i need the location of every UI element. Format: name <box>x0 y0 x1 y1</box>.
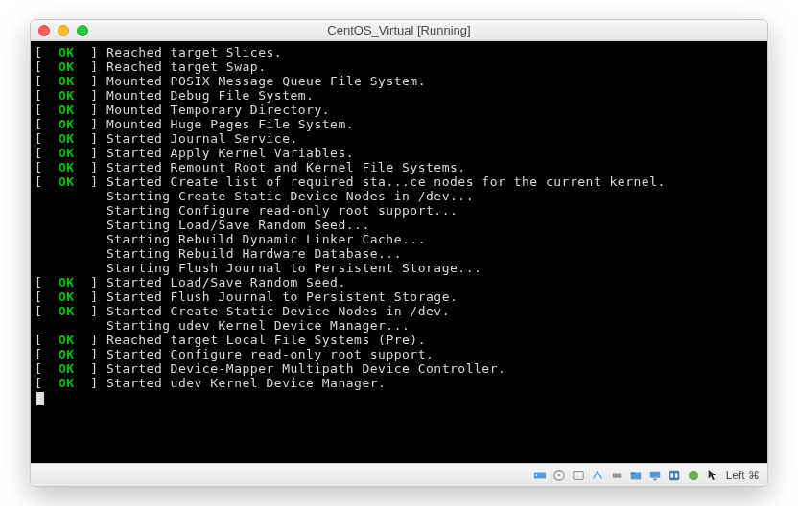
console-message: Started Flush Journal to Persistent Stor… <box>106 289 458 304</box>
console-line: Starting Rebuild Hardware Database... <box>35 246 763 261</box>
svg-point-13 <box>688 470 698 480</box>
status-ok: OK <box>59 146 75 160</box>
minimize-button[interactable] <box>58 25 69 36</box>
status-ok: OK <box>59 117 75 131</box>
console-line: [ OK ] Started Configure read-only root … <box>35 347 763 361</box>
console-message: Started Load/Save Random Seed. <box>106 275 346 289</box>
console-message: Mounted Huge Pages File System. <box>106 117 354 131</box>
status-ok: OK <box>59 275 75 289</box>
svg-rect-7 <box>630 472 634 474</box>
console-line: [ OK ] Started Load/Save Random Seed. <box>35 275 763 289</box>
svg-rect-5 <box>612 473 621 477</box>
vm-window: CentOS_Virtual [Running] [ OK ] Reached … <box>30 19 768 487</box>
guest-additions-icon[interactable] <box>686 468 701 483</box>
console-line: [ OK ] Started Flush Journal to Persiste… <box>35 289 763 304</box>
status-ok: OK <box>59 333 75 347</box>
console-message: Started udev Kernel Device Manager. <box>106 376 386 390</box>
svg-rect-12 <box>675 473 678 477</box>
console-line: [ OK ] Started Apply Kernel Variables. <box>35 146 763 160</box>
status-ok: OK <box>59 304 75 318</box>
console-message: Started Journal Service. <box>106 131 298 146</box>
optical-drive-icon[interactable] <box>552 468 567 483</box>
statusbar: Left ⌘ <box>31 463 767 486</box>
status-ok: OK <box>59 74 75 88</box>
status-ok: OK <box>59 376 75 390</box>
console-message: Reached target Local File Systems (Pre). <box>106 333 426 347</box>
status-ok: OK <box>59 59 75 74</box>
console-message: Started Device-Mapper Multipath Device C… <box>106 361 505 376</box>
network-icon[interactable] <box>590 468 605 483</box>
console-message: Reached target Slices. <box>106 45 282 59</box>
console-message: Mounted Debug File System. <box>106 88 315 103</box>
svg-rect-8 <box>649 471 660 477</box>
console-message: Started Apply Kernel Variables. <box>106 146 354 160</box>
console-line: [ OK ] Started udev Kernel Device Manage… <box>35 376 763 390</box>
console-message: Started Create Static Device Nodes in /d… <box>106 304 450 318</box>
console-line: [ OK ] Mounted Huge Pages File System. <box>35 117 763 131</box>
console-line: Starting Flush Journal to Persistent Sto… <box>35 261 763 275</box>
console-line: Starting Load/Save Random Seed... <box>35 218 763 232</box>
console-line: [ OK ] Reached target Slices. <box>35 45 763 59</box>
console-message: Mounted Temporary Directory. <box>106 103 330 117</box>
console-line: Starting Configure read-only root suppor… <box>35 203 763 218</box>
shared-folders-icon[interactable] <box>628 468 644 483</box>
audio-icon[interactable] <box>571 468 586 483</box>
status-ok: OK <box>59 289 75 304</box>
status-ok: OK <box>59 103 75 117</box>
console-line: [ OK ] Mounted POSIX Message Queue File … <box>35 74 763 88</box>
svg-rect-11 <box>670 473 673 477</box>
hard-disk-icon[interactable] <box>532 468 548 483</box>
svg-rect-4 <box>573 471 583 479</box>
usb-icon[interactable] <box>609 468 624 483</box>
console-message: Started Remount Root and Kernel File Sys… <box>106 160 466 174</box>
console-line: [ OK ] Mounted Debug File System. <box>35 88 763 103</box>
recording-icon[interactable] <box>667 468 682 483</box>
svg-rect-10 <box>669 470 679 480</box>
mouse-integration-icon[interactable] <box>705 468 720 483</box>
titlebar[interactable]: CentOS_Virtual [Running] <box>31 20 767 41</box>
svg-rect-9 <box>653 478 657 480</box>
status-ok: OK <box>59 131 75 146</box>
console-line: [ OK ] Started Create list of required s… <box>35 174 763 189</box>
status-ok: OK <box>59 45 75 59</box>
console-line: [ OK ] Reached target Swap. <box>35 59 763 74</box>
status-ok: OK <box>59 88 75 103</box>
console-message: Started Create list of required sta...ce… <box>106 174 666 189</box>
status-ok: OK <box>59 347 75 361</box>
cursor <box>36 392 44 405</box>
console-message: Reached target Swap. <box>106 59 267 74</box>
hostkey-indicator[interactable]: Left ⌘ <box>724 469 762 482</box>
console-line: [ OK ] Started Journal Service. <box>35 131 763 146</box>
status-ok: OK <box>59 361 75 376</box>
console-line: [ OK ] Mounted Temporary Directory. <box>35 103 763 117</box>
vm-console[interactable]: [ OK ] Reached target Slices.[ OK ] Reac… <box>31 41 767 463</box>
svg-point-3 <box>557 474 560 476</box>
console-line: [ OK ] Reached target Local File Systems… <box>35 333 763 347</box>
traffic-lights <box>31 25 88 36</box>
status-ok: OK <box>59 160 75 174</box>
status-ok: OK <box>59 174 75 189</box>
console-line: Starting Rebuild Dynamic Linker Cache... <box>35 232 763 246</box>
zoom-button[interactable] <box>77 25 88 36</box>
console-message: Started Configure read-only root support… <box>106 347 434 361</box>
console-line: Starting udev Kernel Device Manager... <box>35 318 763 333</box>
console-line: [ OK ] Started Remount Root and Kernel F… <box>35 160 763 174</box>
svg-point-1 <box>535 474 537 476</box>
close-button[interactable] <box>38 25 50 36</box>
console-message: Mounted POSIX Message Queue File System. <box>106 74 426 88</box>
display-icon[interactable] <box>647 468 663 483</box>
window-title: CentOS_Virtual [Running] <box>31 23 767 37</box>
console-line: [ OK ] Started Device-Mapper Multipath D… <box>35 361 763 376</box>
console-line: Starting Create Static Device Nodes in /… <box>35 189 763 203</box>
console-line: [ OK ] Started Create Static Device Node… <box>35 304 763 318</box>
